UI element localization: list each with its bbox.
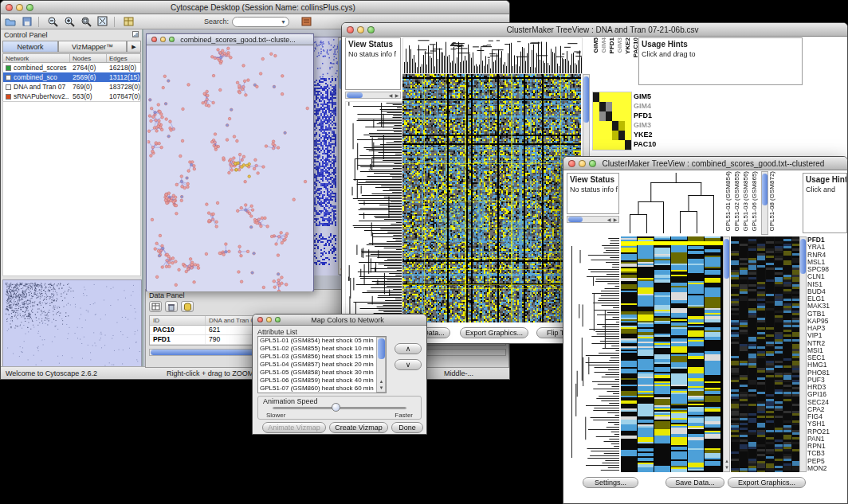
tv2-vscrollbar[interactable]: ▲▼ bbox=[723, 236, 730, 472]
scrollbar-thumb[interactable] bbox=[724, 239, 729, 279]
attribute-list-item[interactable]: GPL51-06 (GSM859) heat shock 40 min bbox=[258, 377, 376, 385]
select-attributes-icon[interactable] bbox=[149, 301, 162, 312]
tv2-column-label: GPL51-01 (GSM854) bbox=[724, 171, 732, 232]
frame-window-controls[interactable] bbox=[151, 37, 175, 42]
treeview1-titlebar[interactable]: ClusterMaker TreeView : DNA and Tran 07-… bbox=[342, 23, 847, 37]
move-up-button[interactable]: ∧ bbox=[395, 343, 422, 354]
attribute-database-icon[interactable] bbox=[181, 301, 194, 312]
control-panel: Control Panel Network VizMapper™ ▶ Netwo… bbox=[1, 29, 143, 366]
network-table-header[interactable]: Network Nodes Edges bbox=[2, 53, 141, 63]
zoom-window-icon[interactable] bbox=[589, 160, 596, 167]
frame-titlebar[interactable]: combined_scores_good.txt--cluste... bbox=[147, 34, 313, 45]
tv2-top-vscrollbar[interactable] bbox=[761, 171, 768, 235]
tv2-hscrollbar[interactable]: ◀▶ bbox=[567, 216, 619, 223]
tv1-hscrollbar[interactable]: ◀▶ bbox=[345, 92, 401, 99]
tv2-button[interactable]: Settings... bbox=[583, 477, 638, 488]
minimize-icon[interactable] bbox=[579, 160, 586, 167]
network-canvas[interactable] bbox=[147, 46, 312, 291]
tv2-heatmap[interactable] bbox=[621, 236, 723, 472]
open-session-icon[interactable] bbox=[3, 16, 18, 28]
treeview2-titlebar[interactable]: ClusterMaker TreeView : combined_scores_… bbox=[563, 157, 847, 170]
dialog-button[interactable]: Animate Vizmap bbox=[262, 422, 326, 433]
minimize-icon[interactable] bbox=[16, 4, 23, 11]
close-icon[interactable] bbox=[257, 317, 263, 322]
vizmap-icon[interactable] bbox=[121, 16, 135, 28]
tv2-mini-vscrollbar[interactable] bbox=[799, 236, 807, 472]
zoom-out-icon[interactable] bbox=[45, 16, 60, 28]
tv2-secondary-heatmap[interactable] bbox=[731, 236, 799, 472]
view-status-panel: View Status No status info f bbox=[567, 173, 619, 214]
dialog-titlebar[interactable]: Map Colors to Network bbox=[253, 315, 426, 326]
attribute-list-item[interactable]: GPL51-01 (GSM854) heat shock 05 min bbox=[258, 337, 376, 345]
zoom-window-icon[interactable] bbox=[367, 26, 375, 33]
animation-speed-group: Animation Speed Slower Faster bbox=[257, 396, 422, 420]
birdseye-panel[interactable] bbox=[2, 279, 142, 366]
dialog-button[interactable]: Create Vizmap bbox=[329, 422, 388, 433]
move-down-button[interactable]: ∨ bbox=[395, 359, 422, 370]
scrollbar-thumb[interactable] bbox=[762, 174, 768, 205]
minimize-icon[interactable] bbox=[160, 37, 166, 42]
tv1-column-dendrogram[interactable] bbox=[402, 37, 583, 74]
window-controls[interactable] bbox=[568, 160, 596, 167]
close-icon[interactable] bbox=[568, 160, 575, 167]
tab-network[interactable]: Network bbox=[2, 41, 58, 53]
zoom-selected-icon[interactable] bbox=[79, 16, 93, 28]
zoom-window-icon[interactable] bbox=[275, 317, 281, 322]
attribute-listbox[interactable]: GPL51-01 (GSM854) heat shock 05 minGPL51… bbox=[257, 336, 387, 393]
float-panel-icon[interactable] bbox=[132, 31, 139, 37]
scrollbar-thumb[interactable] bbox=[378, 338, 385, 359]
tv2-column-dendrogram[interactable] bbox=[621, 171, 724, 235]
tv1-matrix-label: PFD1 bbox=[634, 111, 656, 120]
network-list-row[interactable]: sRNAPuberNov2..563(0)107847(0) bbox=[3, 92, 140, 101]
tv1-row-dendrogram[interactable] bbox=[345, 101, 402, 324]
zoom-window-icon[interactable] bbox=[169, 37, 175, 42]
scrollbar-thumb[interactable] bbox=[347, 92, 363, 98]
window-controls[interactable] bbox=[257, 317, 281, 322]
network-list-row[interactable]: combined_scores2764(0)16218(0) bbox=[3, 63, 140, 72]
column-header-id[interactable]: ID bbox=[150, 316, 206, 325]
tab-vizmapper[interactable]: VizMapper™ bbox=[58, 41, 127, 53]
save-session-icon[interactable] bbox=[20, 16, 34, 28]
tv2-button[interactable]: Save Data... bbox=[665, 477, 724, 488]
annotation-icon[interactable] bbox=[299, 16, 313, 28]
minimize-icon[interactable] bbox=[357, 26, 364, 33]
close-icon[interactable] bbox=[6, 4, 13, 11]
close-icon[interactable] bbox=[151, 37, 157, 42]
scrollbar-thumb[interactable] bbox=[583, 76, 589, 123]
gene-list: PFD1YRA1RNR4MSL1SPC98CLN1NIS1BUD4ELG1MAK… bbox=[807, 236, 847, 472]
tv1-correlation-matrix[interactable] bbox=[592, 92, 632, 150]
slider-thumb[interactable] bbox=[332, 403, 340, 412]
scrollbar-thumb[interactable] bbox=[800, 239, 806, 274]
attribute-list-item[interactable]: GPL51-02 (GSM855) heat shock 10 min bbox=[258, 345, 376, 353]
tv1-heatmap[interactable] bbox=[402, 74, 581, 322]
dialog-button[interactable]: Done bbox=[391, 422, 423, 433]
gene-label[interactable]: MON2 bbox=[807, 465, 847, 472]
attribute-list-item[interactable]: GPL51-07 (GSM860) heat shock 60 min bbox=[258, 385, 376, 393]
network-list-row[interactable]: combined_sco2569(6)13112(15) bbox=[3, 72, 140, 82]
tv1-button[interactable]: Export Graphics... bbox=[460, 327, 528, 338]
main-titlebar[interactable]: Cytoscape Desktop (Session Name: collins… bbox=[1, 1, 509, 14]
faster-label: Faster bbox=[395, 412, 413, 419]
tv2-row-dendrogram[interactable] bbox=[567, 236, 619, 472]
network-list-row[interactable]: DNA and Tran 07769(0)183728(0) bbox=[3, 82, 140, 92]
delete-attribute-icon[interactable] bbox=[165, 301, 178, 312]
zoom-window-icon[interactable] bbox=[26, 4, 33, 11]
zoom-fit-icon[interactable] bbox=[96, 16, 110, 28]
close-icon[interactable] bbox=[347, 26, 354, 33]
listbox-vscrollbar[interactable]: ▲▼ bbox=[376, 337, 386, 393]
window-controls[interactable] bbox=[347, 26, 375, 33]
window-controls[interactable] bbox=[6, 4, 33, 11]
attribute-list-item[interactable]: GPL51-04 (GSM857) heat shock 20 min bbox=[258, 361, 376, 369]
tab-overflow-arrow[interactable]: ▶ bbox=[127, 41, 141, 53]
dialog-title: Map Colors to Network bbox=[272, 316, 423, 324]
minimize-icon[interactable] bbox=[266, 317, 272, 322]
attribute-list-item[interactable]: GPL51-03 (GSM856) heat shock 15 min bbox=[258, 353, 376, 361]
attribute-list-item[interactable]: GPL51-05 (GSM858) heat shock 30 min bbox=[258, 369, 376, 377]
birdseye-canvas[interactable] bbox=[3, 280, 141, 366]
search-input[interactable]: ▼ bbox=[232, 17, 289, 27]
network-view-frame[interactable]: combined_scores_good.txt--cluste... bbox=[146, 33, 314, 291]
scrollbar-thumb[interactable] bbox=[568, 217, 583, 222]
tv2-button[interactable]: Export Graphics... bbox=[728, 477, 806, 488]
network-icon bbox=[6, 75, 11, 80]
zoom-in-icon[interactable] bbox=[62, 16, 77, 28]
